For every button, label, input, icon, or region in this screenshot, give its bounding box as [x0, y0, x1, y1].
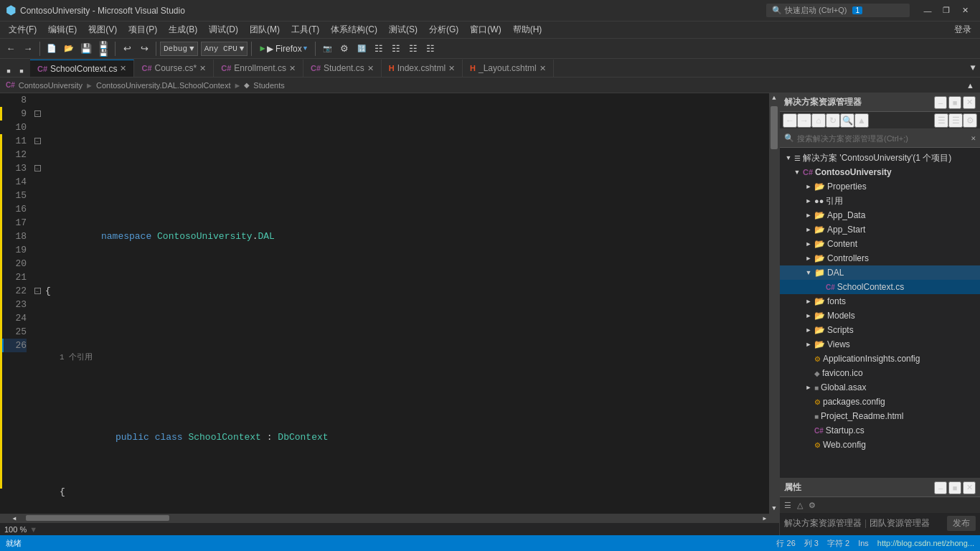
properties-pin-button[interactable]: –: [934, 481, 947, 494]
run-firefox-button[interactable]: ▶ ▶ Firefox ▼: [255, 42, 311, 55]
login-button[interactable]: 登录: [948, 24, 977, 36]
folder-models[interactable]: ► 📂 Models: [780, 309, 980, 323]
folder-dal[interactable]: ▼ 📁 DAL: [780, 265, 980, 280]
menu-edit[interactable]: 编辑(E): [42, 22, 83, 38]
solution-root[interactable]: ▼ ☰ 解决方案 'ContosoUniversity'(1 个项目): [780, 151, 980, 165]
file-webconfig[interactable]: ⚙ Web.config: [780, 438, 980, 452]
se-view-button[interactable]: ☰: [948, 113, 963, 128]
quick-search[interactable]: 🔍 快速启动 (Ctrl+Q) 1: [766, 4, 910, 17]
tab-course[interactable]: C# Course.cs* ✕: [134, 60, 214, 77]
hscroll-left-button[interactable]: ◀: [10, 514, 19, 522]
minimize-button[interactable]: —: [918, 3, 937, 19]
folder-properties[interactable]: ► 📂 Properties: [780, 179, 980, 194]
team-explorer-tab-link[interactable]: 团队资源管理器: [870, 517, 930, 529]
menu-arch[interactable]: 体系结构(C): [325, 22, 383, 38]
menu-file[interactable]: 文件(F): [3, 22, 42, 38]
toolbar-more-4[interactable]: ☷: [371, 41, 387, 57]
tab-left-icon[interactable]: ■: [3, 65, 14, 77]
menu-debug[interactable]: 调试(D): [203, 22, 244, 38]
folder-scripts[interactable]: ► 📂 Scripts: [780, 323, 980, 337]
menu-view[interactable]: 视图(V): [83, 22, 123, 38]
nav-expand-button[interactable]: ▲: [966, 81, 974, 90]
project-root[interactable]: ▼ C# ContosoUniversity: [780, 165, 980, 179]
menu-tools[interactable]: 工具(T): [286, 22, 325, 38]
menu-window[interactable]: 窗口(W): [464, 22, 507, 38]
se-home-button[interactable]: ⌂: [811, 113, 826, 128]
folder-content[interactable]: ► 📂 Content: [780, 237, 980, 251]
solution-search-input[interactable]: [797, 134, 968, 143]
se-collapse-all-button[interactable]: ▲: [854, 113, 869, 128]
file-packages-config[interactable]: ⚙ packages.config: [780, 395, 980, 409]
file-appinsights[interactable]: ⚙ ApplicationInsights.config: [780, 352, 980, 366]
menu-build[interactable]: 生成(B): [163, 22, 203, 38]
se-close-button[interactable]: ✕: [963, 96, 976, 109]
menu-team[interactable]: 团队(M): [244, 22, 286, 38]
toolbar-more-3[interactable]: 🔢: [354, 41, 369, 57]
solution-explorer-tab-link[interactable]: 解决方案资源管理器: [784, 517, 862, 529]
folder-fonts[interactable]: ► 📂 fonts: [780, 294, 980, 309]
search-clear-icon[interactable]: ✕: [971, 133, 976, 143]
properties-close-button[interactable]: ✕: [963, 481, 976, 494]
nav-namespace[interactable]: ContosoUniversity.DAL.SchoolContext: [96, 81, 231, 90]
toolbar-more-6[interactable]: ☷: [405, 41, 421, 57]
file-favicon[interactable]: ◆ favicon.ico: [780, 366, 980, 380]
toolbar-more-1[interactable]: 📷: [319, 41, 335, 57]
close-icon-3[interactable]: ✕: [289, 64, 296, 73]
hscroll-right-button[interactable]: ▶: [760, 514, 769, 522]
platform-dropdown[interactable]: Any CPU ▼: [201, 42, 248, 56]
scroll-up-button[interactable]: ▲: [769, 93, 779, 103]
expand-9[interactable]: –: [32, 107, 42, 121]
se-settings-button[interactable]: ⚙: [963, 113, 977, 128]
close-icon[interactable]: ✕: [120, 64, 126, 73]
scroll-down-button[interactable]: ▼: [769, 504, 779, 514]
publish-button[interactable]: 发布: [947, 516, 976, 531]
debug-config-dropdown[interactable]: Debug ▼: [160, 42, 198, 56]
menu-help[interactable]: 帮助(H): [507, 22, 548, 38]
toolbar-more-7[interactable]: ☷: [423, 41, 438, 57]
menu-test[interactable]: 测试(S): [383, 22, 423, 38]
restore-button[interactable]: ❐: [937, 3, 956, 19]
se-pin-2-button[interactable]: ■: [948, 96, 961, 109]
tab-index-cshtml[interactable]: H Index.cshtml ✕: [382, 60, 463, 77]
save-all-button[interactable]: 💾💾: [95, 41, 111, 57]
file-global-asax[interactable]: ► ■ Global.asax: [780, 380, 980, 395]
toolbar-more-2[interactable]: ⚙: [336, 41, 352, 57]
file-schoolcontext[interactable]: C# SchoolContext.cs: [780, 280, 980, 294]
folder-views[interactable]: ► 📂 Views: [780, 337, 980, 352]
redo-button[interactable]: ↪: [136, 41, 152, 57]
file-startup[interactable]: C# Startup.cs: [780, 423, 980, 438]
undo-button[interactable]: ↩: [119, 41, 135, 57]
hscroll-thumb[interactable]: [26, 515, 169, 521]
se-refresh-button[interactable]: ↻: [826, 113, 840, 128]
expand-11[interactable]: –: [32, 134, 42, 148]
close-icon-4[interactable]: ✕: [367, 64, 374, 73]
folder-controllers[interactable]: ► 📂 Controllers: [780, 251, 980, 265]
properties-pin-2-button[interactable]: ■: [948, 481, 961, 494]
se-back-button[interactable]: ←: [783, 113, 797, 128]
folder-refs[interactable]: ► ●● 引用: [780, 194, 980, 208]
vscroll-thumb[interactable]: [771, 106, 778, 149]
folder-appdata[interactable]: ► 📂 App_Data: [780, 208, 980, 222]
zoom-level[interactable]: 100 %: [4, 525, 27, 534]
tab-enrollment[interactable]: C# Enrollment.cs ✕: [214, 60, 303, 77]
tab-more-button[interactable]: ▼: [966, 60, 980, 77]
nav-member[interactable]: ◆ Students: [244, 81, 284, 90]
expand-13[interactable]: –: [32, 161, 42, 175]
se-properties-button[interactable]: ☰: [934, 113, 948, 128]
tab-schoolcontext[interactable]: C# SchoolContext.cs ✕: [30, 60, 134, 77]
se-filter-button[interactable]: 🔍: [840, 113, 854, 128]
tab-layout-cshtml[interactable]: H _Layout.cshtml ✕: [463, 60, 554, 77]
expand-21[interactable]: –: [32, 284, 42, 298]
nav-project[interactable]: C# ContosoUniversity: [6, 81, 83, 90]
menu-analyze[interactable]: 分析(G): [423, 22, 464, 38]
tab-student[interactable]: C# Student.cs ✕: [303, 60, 382, 77]
se-forward-button[interactable]: →: [797, 113, 811, 128]
horizontal-scrollbar[interactable]: ◀ ▶: [0, 514, 779, 522]
back-button[interactable]: ←: [3, 41, 19, 57]
open-button[interactable]: 📂: [61, 41, 77, 57]
file-readme[interactable]: ■ Project_Readme.html: [780, 409, 980, 423]
close-icon-2[interactable]: ✕: [199, 64, 206, 73]
se-pin-button[interactable]: –: [934, 96, 947, 109]
toolbar-more-5[interactable]: ☷: [388, 41, 404, 57]
close-icon-6[interactable]: ✕: [540, 64, 546, 73]
